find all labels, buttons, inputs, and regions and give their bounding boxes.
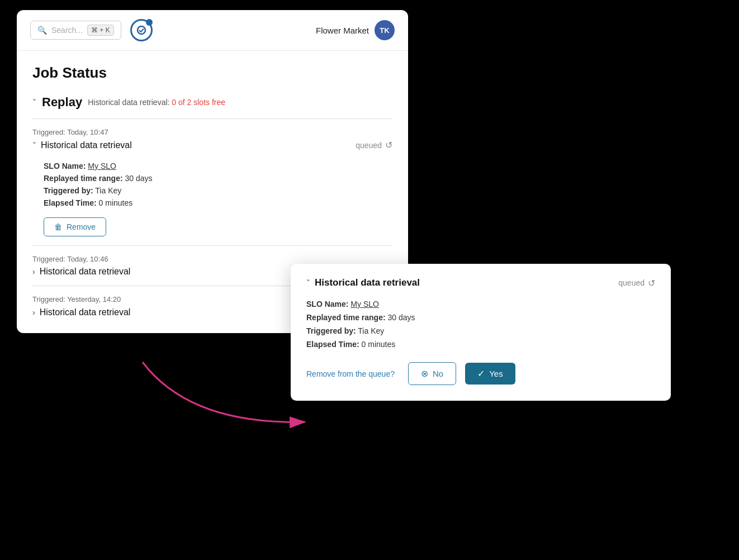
popup-status: queued ↺ bbox=[618, 278, 655, 288]
job1-slo: SLO Name: My SLO bbox=[44, 162, 392, 170]
search-icon: 🔍 bbox=[37, 26, 47, 35]
trash-icon: 🗑 bbox=[54, 222, 62, 231]
remove-button[interactable]: 🗑 Remove bbox=[44, 217, 106, 236]
popup-range: Replayed time range: 30 days bbox=[306, 313, 655, 322]
avatar: TK bbox=[375, 20, 395, 40]
no-button[interactable]: ⊗ No bbox=[408, 362, 456, 385]
popup-header: ˅ Historical data retrieval queued ↺ bbox=[306, 277, 655, 288]
job1-status: queued ↺ bbox=[356, 140, 392, 150]
job3-title: › Historical data retrieval bbox=[32, 307, 130, 317]
slots-free: 0 of 2 slots free bbox=[172, 98, 225, 107]
brand-name: Flower Market bbox=[316, 26, 369, 35]
job1-triggered: Triggered: Today, 10:47 bbox=[32, 128, 392, 136]
confirm-question: Remove from the queue? bbox=[306, 369, 395, 378]
job3-chevron[interactable]: › bbox=[32, 308, 35, 317]
kbd-shortcut: ⌘ + K bbox=[87, 25, 114, 36]
popup-title: Historical data retrieval bbox=[315, 277, 420, 288]
popup-chevron[interactable]: ˅ bbox=[306, 278, 310, 287]
popup-details: SLO Name: My SLO Replayed time range: 30… bbox=[306, 300, 655, 349]
job1-range: Replayed time range: 30 days bbox=[44, 174, 392, 183]
job1-elapsed: Elapsed Time: 0 minutes bbox=[44, 198, 392, 207]
replay-chevron[interactable]: ˅ bbox=[32, 98, 36, 107]
check-icon-circle[interactable] bbox=[130, 19, 153, 41]
check-circle-icon: ✓ bbox=[477, 368, 485, 379]
section-divider bbox=[32, 118, 392, 119]
search-box[interactable]: 🔍 Search... ⌘ + K bbox=[30, 21, 121, 40]
brand-area: Flower Market TK bbox=[316, 20, 395, 40]
popup-panel: ˅ Historical data retrieval queued ↺ SLO… bbox=[291, 264, 671, 401]
search-placeholder: Search... bbox=[51, 26, 83, 35]
job1-row: ˅ Historical data retrieval queued ↺ bbox=[32, 140, 392, 150]
confirm-row: Remove from the queue? ⊗ No ✓ Yes bbox=[306, 362, 655, 385]
job1-triggered-by: Triggered by: Tia Key bbox=[44, 186, 392, 195]
job1-title: ˅ Historical data retrieval bbox=[32, 140, 132, 150]
popup-slo-link[interactable]: My SLO bbox=[350, 300, 379, 309]
yes-button[interactable]: ✓ Yes bbox=[465, 363, 515, 385]
job1-replay-icon: ↺ bbox=[385, 140, 392, 150]
top-bar: 🔍 Search... ⌘ + K Flower Market TK bbox=[17, 10, 408, 51]
svg-point-0 bbox=[138, 26, 145, 34]
job1-chevron[interactable]: ˅ bbox=[32, 141, 36, 150]
x-circle-icon: ⊗ bbox=[421, 368, 428, 379]
job2-triggered: Triggered: Today, 10:46 bbox=[32, 255, 392, 263]
cursor: ↖ bbox=[131, 345, 141, 359]
job1-details: SLO Name: My SLO Replayed time range: 30… bbox=[32, 153, 392, 236]
popup-elapsed: Elapsed Time: 0 minutes bbox=[306, 340, 655, 349]
job1-slo-link[interactable]: My SLO bbox=[88, 162, 116, 170]
replay-subtitle: Historical data retrieval: 0 of 2 slots … bbox=[88, 98, 225, 107]
job2-title: › Historical data retrieval bbox=[32, 267, 130, 277]
popup-title-row: ˅ Historical data retrieval bbox=[306, 277, 420, 288]
page-title: Job Status bbox=[32, 64, 392, 82]
popup-triggered-by: Triggered by: Tia Key bbox=[306, 326, 655, 335]
popup-replay-icon: ↺ bbox=[648, 278, 655, 288]
replay-section-title: Replay bbox=[42, 95, 82, 110]
replay-section-header: ˅ Replay Historical data retrieval: 0 of… bbox=[32, 95, 392, 110]
popup-slo: SLO Name: My SLO bbox=[306, 300, 655, 309]
job2-chevron[interactable]: › bbox=[32, 267, 35, 276]
divider2 bbox=[32, 245, 392, 246]
